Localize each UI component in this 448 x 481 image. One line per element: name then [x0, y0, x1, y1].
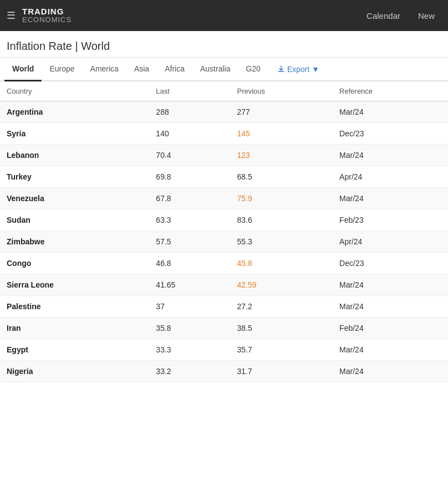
cell-country: Syria: [0, 123, 149, 145]
export-chevron: ▼: [312, 65, 319, 74]
tab-europe[interactable]: Europe: [42, 58, 82, 81]
tab-africa[interactable]: Africa: [157, 58, 192, 81]
table-row: Nigeria 33.2 31.7 Mar/24: [0, 361, 448, 382]
page-title-bar: Inflation Rate | World: [0, 31, 448, 58]
col-previous: Previous: [231, 81, 333, 101]
nav-links: Calendar New: [360, 7, 441, 25]
table-row: Sudan 63.3 83.6 Feb/23: [0, 209, 448, 231]
cell-reference: Dec/23: [333, 123, 448, 145]
cell-previous: 145: [231, 123, 333, 145]
table-row: Venezuela 67.8 75.9 Mar/24: [0, 188, 448, 209]
cell-last: 69.8: [149, 166, 230, 188]
cell-country: Turkey: [0, 166, 149, 188]
cell-last: 288: [149, 101, 230, 123]
cell-country: Lebanon: [0, 145, 149, 166]
col-last: Last: [149, 81, 230, 101]
cell-last: 70.4: [149, 145, 230, 166]
cell-country: Sudan: [0, 209, 149, 231]
cell-country: Palestine: [0, 296, 149, 318]
cell-previous: 123: [231, 145, 333, 166]
cell-reference: Apr/24: [333, 231, 448, 253]
table-row: Zimbabwe 57.5 55.3 Apr/24: [0, 231, 448, 253]
cell-previous: 38.5: [231, 318, 333, 339]
cell-country: Sierra Leone: [0, 274, 149, 296]
table-row: Iran 35.8 38.5 Feb/24: [0, 318, 448, 339]
table-row: Lebanon 70.4 123 Mar/24: [0, 145, 448, 166]
cell-reference: Feb/23: [333, 209, 448, 231]
tab-asia[interactable]: Asia: [126, 58, 157, 81]
tab-g20[interactable]: G20: [238, 58, 268, 81]
cell-reference: Mar/24: [333, 339, 448, 361]
cell-country: Congo: [0, 253, 149, 274]
table-row: Palestine 37 27.2 Mar/24: [0, 296, 448, 318]
cell-previous: 42.59: [231, 274, 333, 296]
cell-last: 35.8: [149, 318, 230, 339]
cell-previous: 27.2: [231, 296, 333, 318]
tab-australia[interactable]: Australia: [192, 58, 238, 81]
cell-previous: 31.7: [231, 361, 333, 382]
cell-last: 67.8: [149, 188, 230, 209]
cell-country: Egypt: [0, 339, 149, 361]
tabs-bar: World Europe America Asia Africa Austral…: [0, 58, 448, 81]
cell-previous: 83.6: [231, 209, 333, 231]
table-row: Sierra Leone 41.65 42.59 Mar/24: [0, 274, 448, 296]
cell-last: 63.3: [149, 209, 230, 231]
navbar: ☰ TRADING ECONOMICS Calendar New: [0, 0, 448, 31]
cell-reference: Dec/23: [333, 253, 448, 274]
export-icon: [277, 65, 285, 73]
cell-last: 46.8: [149, 253, 230, 274]
nav-new[interactable]: New: [411, 7, 441, 25]
table-header: Country Last Previous Reference: [0, 81, 448, 101]
cell-reference: Feb/24: [333, 318, 448, 339]
cell-previous: 35.7: [231, 339, 333, 361]
nav-calendar[interactable]: Calendar: [360, 7, 407, 25]
cell-previous: 277: [231, 101, 333, 123]
col-country: Country: [0, 81, 149, 101]
page-title: Inflation Rate | World: [7, 40, 441, 53]
cell-last: 33.2: [149, 361, 230, 382]
cell-country: Nigeria: [0, 361, 149, 382]
brand-line1: TRADING: [22, 7, 72, 17]
table-body: Argentina 288 277 Mar/24 Syria 140 145 D…: [0, 101, 448, 382]
brand-line2: ECONOMICS: [22, 16, 72, 24]
table-row: Congo 46.8 45.8 Dec/23: [0, 253, 448, 274]
cell-previous: 68.5: [231, 166, 333, 188]
table-row: Syria 140 145 Dec/23: [0, 123, 448, 145]
table-row: Turkey 69.8 68.5 Apr/24: [0, 166, 448, 188]
cell-last: 33.3: [149, 339, 230, 361]
cell-reference: Mar/24: [333, 101, 448, 123]
tab-america[interactable]: America: [83, 58, 126, 81]
cell-last: 140: [149, 123, 230, 145]
cell-last: 41.65: [149, 274, 230, 296]
table-row: Argentina 288 277 Mar/24: [0, 101, 448, 123]
menu-icon[interactable]: ☰: [7, 9, 16, 22]
cell-reference: Apr/24: [333, 166, 448, 188]
table-row: Egypt 33.3 35.7 Mar/24: [0, 339, 448, 361]
brand: TRADING ECONOMICS: [22, 7, 72, 24]
tab-world[interactable]: World: [4, 58, 42, 81]
cell-country: Zimbabwe: [0, 231, 149, 253]
col-reference: Reference: [333, 81, 448, 101]
cell-previous: 45.8: [231, 253, 333, 274]
cell-reference: Mar/24: [333, 361, 448, 382]
cell-last: 57.5: [149, 231, 230, 253]
cell-reference: Mar/24: [333, 145, 448, 166]
cell-reference: Mar/24: [333, 274, 448, 296]
cell-reference: Mar/24: [333, 188, 448, 209]
cell-last: 37: [149, 296, 230, 318]
export-button[interactable]: Export ▼: [273, 58, 324, 80]
inflation-table: Country Last Previous Reference Argentin…: [0, 81, 448, 382]
cell-reference: Mar/24: [333, 296, 448, 318]
export-label: Export: [287, 65, 309, 74]
cell-previous: 75.9: [231, 188, 333, 209]
data-table-container: Country Last Previous Reference Argentin…: [0, 81, 448, 382]
cell-country: Argentina: [0, 101, 149, 123]
cell-previous: 55.3: [231, 231, 333, 253]
cell-country: Iran: [0, 318, 149, 339]
cell-country: Venezuela: [0, 188, 149, 209]
